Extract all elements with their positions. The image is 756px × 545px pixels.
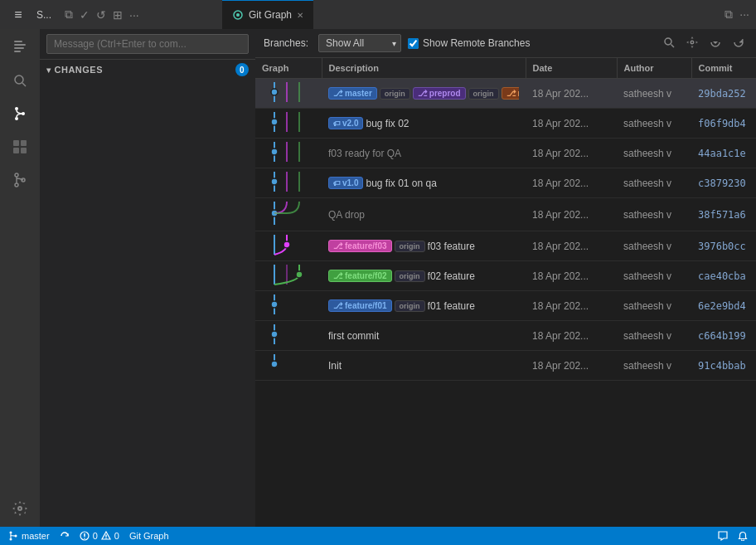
changes-section-header[interactable]: ▾ CHANGES 0 <box>40 60 255 80</box>
branches-select-wrapper[interactable]: Show All master feature/f01 feature/f02 … <box>318 34 401 52</box>
col-header-graph: Graph <box>255 58 322 79</box>
table-header: Graph Description Date Author Commit <box>255 58 756 79</box>
main-layout: ▾ CHANGES 0 Branches: Show All master fe… <box>0 29 756 527</box>
svg-point-58 <box>271 361 278 367</box>
col-header-date: Date <box>526 58 617 79</box>
refresh-icon[interactable]: ↺ <box>96 8 106 22</box>
table-row[interactable]: 🏷 v1.0 bug fix 01 on qa 18 Apr 202... sa… <box>255 168 756 198</box>
svg-point-46 <box>284 241 290 248</box>
table-row[interactable]: 🏷 v2.0 bug fix 02 18 Apr 202... satheesh… <box>255 109 756 139</box>
git-graph-tab[interactable]: Git Graph ✕ <box>222 0 313 29</box>
git-graph-panel: Branches: Show All master feature/f01 fe… <box>255 29 756 527</box>
table-row[interactable]: first commit 18 Apr 202... satheesh v c6… <box>255 321 756 351</box>
activity-search[interactable] <box>8 69 32 92</box>
git-graph-tab-icon <box>232 9 244 21</box>
table-row[interactable]: QA drop 18 Apr 202... satheesh v 38f571a… <box>255 198 756 231</box>
refresh-toolbar-btn[interactable] <box>729 35 748 52</box>
settings-toolbar-btn[interactable] <box>683 35 701 52</box>
commits-tbody: ⎇ master origin ⎇ preprod origin ⎇ relea… <box>255 79 756 381</box>
branches-select[interactable]: Show All master feature/f01 feature/f02 … <box>318 34 401 52</box>
svg-point-28 <box>271 119 278 125</box>
status-git-graph[interactable]: Git Graph <box>129 531 169 541</box>
branch-tag-v2: 🏷 v2.0 <box>328 117 363 129</box>
commit-cell-7: 6e2e9bd4 <box>691 291 756 321</box>
layout-icon[interactable]: ⧉ <box>65 7 73 22</box>
commit-cell-0: 29bda252 <box>691 79 756 109</box>
table-row[interactable]: ⎇ master origin ⎇ preprod origin ⎇ relea… <box>255 79 756 109</box>
branch-tag-origin-f03: origin <box>395 241 425 252</box>
table-row[interactable]: f03 ready for QA 18 Apr 202... satheesh … <box>255 139 756 168</box>
git-table-wrapper[interactable]: Graph Description Date Author Commit <box>255 58 756 527</box>
branch-tag-f01: ⎇ feature/f01 <box>328 299 392 312</box>
split-icon[interactable]: ⊞ <box>113 8 123 22</box>
table-row[interactable]: ⎇ feature/f01 origin f01 feature 18 Apr … <box>255 291 756 321</box>
svg-point-66 <box>105 538 107 539</box>
hamburger-icon[interactable]: ≡ <box>7 3 30 27</box>
more-options-icon[interactable]: ··· <box>739 7 749 22</box>
show-remote-label[interactable]: Show Remote Branches <box>408 37 530 49</box>
status-right-actions <box>718 531 748 541</box>
warning-status-icon <box>101 531 111 541</box>
commit-cell-3: c3879230 <box>691 168 756 198</box>
desc-cell-3: 🏷 v1.0 bug fix 01 on qa <box>322 168 526 198</box>
activity-source-control[interactable] <box>8 102 32 125</box>
status-branch[interactable]: master <box>8 531 50 541</box>
tab-close-icon[interactable]: ✕ <box>297 11 303 20</box>
activity-git-graph[interactable] <box>8 168 32 192</box>
date-cell-0: 18 Apr 202... <box>526 79 617 109</box>
branch-tag-f03: ⎇ feature/f03 <box>328 240 392 252</box>
desc-text-4: QA drop <box>328 209 365 221</box>
desc-text-6: f02 feature <box>428 270 475 282</box>
date-cell-4: 18 Apr 202... <box>526 198 617 231</box>
status-branch-name: master <box>22 531 50 541</box>
status-bar: master 0 0 Git Graph <box>0 527 756 545</box>
graph-svg-3 <box>262 172 312 192</box>
status-sync[interactable] <box>60 531 70 541</box>
graph-cell-8 <box>255 321 322 351</box>
activity-settings[interactable] <box>8 497 32 520</box>
date-cell-5: 18 Apr 202... <box>526 231 617 261</box>
svg-line-20 <box>671 44 675 47</box>
svg-rect-14 <box>21 148 27 153</box>
author-cell-6: satheesh v <box>617 261 691 291</box>
status-comments-btn[interactable] <box>718 531 728 541</box>
graph-cell-0 <box>255 79 322 109</box>
table-row[interactable]: ⎇ feature/f03 origin f03 feature 18 Apr … <box>255 231 756 261</box>
desc-text-2: f03 ready for QA <box>328 148 401 159</box>
svg-point-8 <box>15 107 18 110</box>
author-cell-4: satheesh v <box>617 198 691 231</box>
commit-cell-9: 91c4bbab <box>691 351 756 381</box>
commit-message-input[interactable] <box>46 34 249 54</box>
status-errors[interactable]: 0 0 <box>80 531 119 541</box>
table-row[interactable]: Init 18 Apr 202... satheesh v 91c4bbab <box>255 351 756 381</box>
activity-bar <box>0 29 40 527</box>
graph-cell-3 <box>255 168 322 198</box>
check-icon[interactable]: ✓ <box>80 8 90 22</box>
desc-cell-1: 🏷 v2.0 bug fix 02 <box>322 109 526 139</box>
graph-svg-7 <box>262 294 312 314</box>
activity-extensions[interactable] <box>8 135 32 158</box>
author-cell-9: satheesh v <box>617 351 691 381</box>
show-remote-checkbox[interactable] <box>408 38 419 49</box>
bell-status-icon <box>738 531 748 541</box>
graph-svg-0 <box>262 82 312 102</box>
search-toolbar-btn[interactable] <box>660 35 678 52</box>
desc-cell-2: f03 ready for QA <box>322 139 526 168</box>
status-bell-btn[interactable] <box>738 531 748 541</box>
fetch-toolbar-btn[interactable] <box>706 35 724 52</box>
desc-text-7: f01 feature <box>428 300 475 312</box>
title-bar-left: ≡ S... ⧉ ✓ ↺ ⊞ ··· <box>7 3 222 27</box>
git-graph-toolbar: Branches: Show All master feature/f01 fe… <box>255 29 756 58</box>
commit-cell-5: 3976b0cc <box>691 231 756 261</box>
split-editor-icon[interactable]: ⧉ <box>724 7 733 22</box>
graph-cell-7 <box>255 291 322 321</box>
svg-rect-3 <box>14 44 26 46</box>
commit-cell-6: cae40cba <box>691 261 756 291</box>
more-actions-icon[interactable]: ··· <box>129 8 139 22</box>
activity-explorer[interactable] <box>8 36 32 59</box>
status-warnings-count: 0 <box>114 531 119 541</box>
changes-chevron: ▾ <box>46 66 51 75</box>
commit-cell-8: c664b199 <box>691 321 756 351</box>
table-row[interactable]: ⎇ feature/f02 origin f02 feature 18 Apr … <box>255 261 756 291</box>
date-cell-9: 18 Apr 202... <box>526 351 617 381</box>
